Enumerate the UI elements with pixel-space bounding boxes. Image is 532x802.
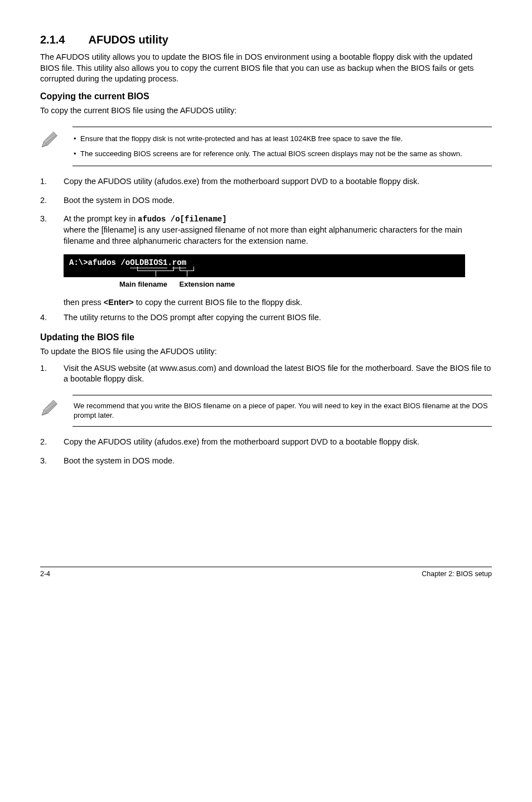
press-post: to copy the current BIOS file to the flo… (134, 298, 302, 307)
terminal: A:\>afudos /oOLDBIOS1.rom (64, 254, 465, 277)
step-text: The utility returns to the DOS prompt af… (64, 312, 492, 323)
step-number: 1. (40, 363, 64, 385)
section-number: 2.1.4 (40, 33, 65, 46)
label-main-filename: Main filename (119, 279, 167, 289)
updating-lead: To update the BIOS file using the AFUDOS… (40, 346, 492, 357)
step-number: 3. (40, 214, 64, 247)
note-item: The succeeding BIOS screens are for refe… (74, 149, 491, 159)
steps-list: 4. The utility returns to the DOS prompt… (40, 312, 492, 323)
step-item: 2. Boot the system in DOS mode. (40, 195, 492, 206)
pencil-icon (40, 130, 59, 149)
enter-key: <Enter> (104, 298, 134, 307)
step-item: 3. Boot the system in DOS mode. (40, 456, 492, 467)
page-footer: 2-4 Chapter 2: BIOS setup (40, 567, 492, 579)
step-number: 4. (40, 312, 64, 323)
updating-heading: Updating the BIOS file (40, 331, 492, 344)
step-text: Visit the ASUS website (at www.asus.com)… (64, 363, 492, 385)
note-icon-col (40, 127, 72, 152)
cmd-dot: . (167, 258, 172, 267)
bracket-main (137, 267, 174, 271)
step-number: 2. (40, 195, 64, 206)
step-text: Copy the AFUDOS utility (afudos.exe) fro… (64, 437, 492, 448)
step-3-pre: At the prompt key in (64, 214, 138, 223)
note-box: Ensure that the floppy disk is not write… (40, 127, 492, 166)
page-number: 2-4 (40, 569, 50, 579)
steps-list: 2. Copy the AFUDOS utility (afudos.exe) … (40, 437, 492, 466)
note-icon-col (40, 395, 72, 421)
step-item: 1. Copy the AFUDOS utility (afudos.exe) … (40, 176, 492, 187)
note-content: We recommend that you write the BIOS fil… (72, 395, 492, 427)
step-number: 1. (40, 176, 64, 187)
terminal-labels: Main filename Extension name (64, 279, 492, 289)
section-title: AFUDOS utility (88, 33, 168, 46)
step-text: At the prompt key in afudos /o[filename]… (64, 214, 492, 247)
bracket-ext (180, 267, 194, 271)
cmd-prefix: A:\>afudos /o (69, 258, 130, 267)
note-item: Ensure that the floppy disk is not write… (74, 134, 491, 144)
step-text: Boot the system in DOS mode. (64, 195, 492, 206)
terminal-block: A:\>afudos /oOLDBIOS1.rom (64, 254, 492, 277)
step-item: 3. At the prompt key in afudos /o[filena… (40, 214, 492, 247)
copy-heading: Copying the current BIOS (40, 90, 492, 103)
label-extension-name: Extension name (180, 279, 235, 289)
press-pre: then press (64, 298, 104, 307)
steps-list: 1. Visit the ASUS website (at www.asus.c… (40, 363, 492, 385)
press-enter-line: then press <Enter> to copy the current B… (64, 297, 492, 308)
step-item: 1. Visit the ASUS website (at www.asus.c… (40, 363, 492, 385)
note-content: Ensure that the floppy disk is not write… (72, 127, 492, 166)
inline-code: afudos /o[filename] (138, 215, 227, 224)
step-text: Boot the system in DOS mode. (64, 456, 492, 467)
step-text: Copy the AFUDOS utility (afudos.exe) fro… (64, 176, 492, 187)
step-3-body: where the [filename] is any user-assigne… (64, 225, 462, 245)
steps-list: 1. Copy the AFUDOS utility (afudos.exe) … (40, 176, 492, 247)
step-number: 2. (40, 437, 64, 448)
intro-paragraph: The AFUDOS utility allows you to update … (40, 52, 492, 85)
step-number: 3. (40, 456, 64, 467)
step-item: 4. The utility returns to the DOS prompt… (40, 312, 492, 323)
chapter-label: Chapter 2: BIOS setup (422, 569, 492, 579)
note-box: We recommend that you write the BIOS fil… (40, 395, 492, 427)
step-item: 2. Copy the AFUDOS utility (afudos.exe) … (40, 437, 492, 448)
copy-lead: To copy the current BIOS file using the … (40, 105, 492, 117)
section-heading: 2.1.4AFUDOS utility (40, 32, 492, 47)
note-text: We recommend that you write the BIOS fil… (74, 400, 491, 422)
pencil-icon (40, 398, 59, 417)
